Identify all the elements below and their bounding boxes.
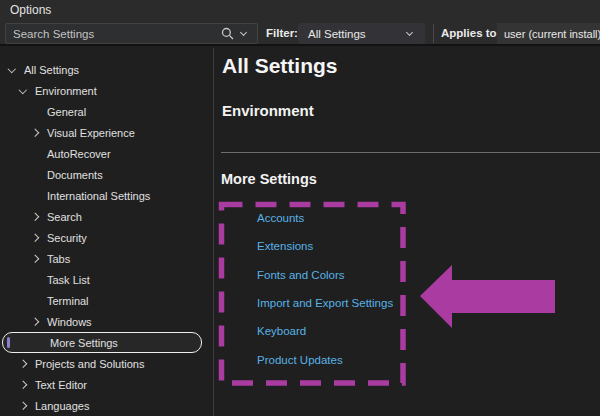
tree-item[interactable]: AutoRecover [0, 143, 213, 164]
settings-tree: All Settings Environment General Visual … [0, 48, 213, 416]
tree-item-label: International Settings [47, 190, 150, 202]
search-settings-box[interactable] [5, 23, 258, 44]
settings-link[interactable]: Fonts and Colors [257, 269, 345, 281]
link-row: Extensions [257, 232, 393, 260]
tree-item-label: Visual Experience [47, 127, 135, 139]
settings-link[interactable]: Import and Export Settings [257, 297, 393, 309]
tree-item[interactable]: Documents [0, 164, 213, 185]
link-row: Product Updates [257, 345, 393, 373]
section-heading-more-settings: More Settings [221, 171, 317, 187]
tree-item-label: All Settings [24, 64, 79, 76]
applies-to-label: Applies to: [441, 27, 500, 39]
tree-chevron-icon[interactable] [32, 130, 47, 136]
tree-item[interactable]: General [0, 101, 213, 122]
filter-label: Filter: [266, 27, 298, 39]
dialog-title: Options [10, 3, 51, 17]
tree-item-label: Documents [47, 169, 103, 181]
tree-item-label: More Settings [50, 337, 118, 349]
arrow-annotation [420, 265, 555, 328]
settings-link[interactable]: Extensions [257, 240, 313, 252]
options-dialog: { "window": { "title": "Options" }, "too… [0, 0, 600, 416]
link-row: Fonts and Colors [257, 261, 393, 289]
search-dropdown-chevron-icon[interactable] [235, 25, 251, 43]
tree-item[interactable]: Windows [0, 311, 213, 332]
tree-item[interactable]: All Settings [0, 59, 213, 80]
tree-item[interactable]: Task List [0, 269, 213, 290]
sidebar-divider [213, 48, 214, 416]
tree-chevron-icon[interactable] [32, 256, 47, 262]
tree-chevron-icon[interactable] [20, 382, 35, 388]
tree-item-label: Environment [35, 85, 97, 97]
toolbar-separator [433, 24, 434, 43]
tree-chevron-icon[interactable] [32, 319, 47, 325]
chevron-down-icon [401, 25, 417, 43]
tree-item-label: Security [47, 232, 87, 244]
link-row: Import and Export Settings [257, 289, 393, 317]
settings-link[interactable]: Accounts [257, 212, 304, 224]
tree-item-label: Terminal [47, 295, 89, 307]
tree-item[interactable]: Search [0, 206, 213, 227]
tree-item[interactable]: Tabs [0, 248, 213, 269]
link-row: Accounts [257, 204, 393, 232]
settings-link[interactable]: Product Updates [257, 354, 343, 366]
dialog-header: Options Filter: All Settings Applies to:… [0, 0, 600, 46]
search-icon[interactable] [219, 25, 235, 43]
tree-chevron-icon[interactable] [20, 403, 35, 409]
link-row: Keyboard [257, 317, 393, 345]
settings-link[interactable]: Keyboard [257, 325, 306, 337]
tree-item[interactable]: Security [0, 227, 213, 248]
more-settings-links: Accounts Extensions Fonts and Colors Imp… [257, 204, 393, 374]
tree-item[interactable]: Terminal [0, 290, 213, 311]
tree-chevron-icon[interactable] [20, 89, 35, 93]
tree-chevron-icon[interactable] [32, 214, 47, 220]
tree-chevron-icon[interactable] [32, 235, 47, 241]
page-title: All Settings [222, 54, 338, 78]
tree-item-label: Projects and Solutions [35, 358, 144, 370]
tree-item[interactable]: International Settings [0, 185, 213, 206]
section-heading-environment: Environment [222, 102, 314, 119]
tree-item-label: Windows [47, 316, 92, 328]
tree-item[interactable]: Visual Experience [0, 122, 213, 143]
tree-item-label: General [47, 106, 86, 118]
tree-item-label: Task List [47, 274, 90, 286]
tree-item-label: AutoRecover [47, 148, 111, 160]
tree-item-label: Tabs [47, 253, 70, 265]
tree-item[interactable]: More Settings [2, 332, 202, 353]
tree-item-label: Languages [35, 400, 89, 412]
tree-item[interactable]: Environment [0, 80, 213, 101]
filter-dropdown-value: All Settings [308, 28, 401, 40]
filter-dropdown[interactable]: All Settings [298, 23, 425, 44]
tree-chevron-icon[interactable] [9, 68, 24, 72]
tree-chevron-icon[interactable] [20, 361, 35, 367]
tree-item-label: Text Editor [35, 379, 87, 391]
tree-item[interactable]: Languages [0, 395, 213, 416]
tree-item[interactable]: Projects and Solutions [0, 353, 213, 374]
section-divider [221, 152, 600, 153]
search-settings-input[interactable] [6, 28, 219, 40]
tree-item-label: Search [47, 211, 82, 223]
applies-to-value: user (current install) [497, 23, 600, 44]
tree-item[interactable]: Text Editor [0, 374, 213, 395]
